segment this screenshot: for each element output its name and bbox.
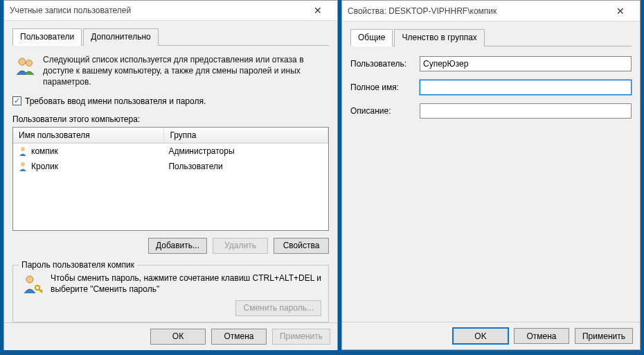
row-username: компик bbox=[31, 146, 58, 156]
list-header: Имя пользователя Группа bbox=[13, 128, 328, 144]
cancel-button[interactable]: Отмена bbox=[211, 329, 267, 345]
row-username: Кролик bbox=[31, 162, 58, 171]
intro: Следующий список используется для предос… bbox=[14, 54, 328, 88]
ok-button[interactable]: ОК bbox=[150, 329, 206, 345]
label-fullname: Полное имя: bbox=[350, 83, 420, 92]
users-list[interactable]: Имя пользователя Группа компик Администр… bbox=[12, 127, 329, 231]
titlebar[interactable]: Свойства: DESKTOP-VIPHHRF\компик ✕ bbox=[342, 1, 640, 21]
user-accounts-window: Учетные записи пользователей ✕ Пользоват… bbox=[3, 0, 338, 350]
close-icon[interactable]: ✕ bbox=[607, 1, 634, 21]
user-icon bbox=[17, 146, 28, 157]
svg-point-1 bbox=[26, 60, 33, 67]
cancel-button[interactable]: Отмена bbox=[514, 328, 569, 344]
users-list-label: Пользователи этого компьютера: bbox=[12, 114, 329, 124]
require-login-label: Требовать ввод имени пользователя и паро… bbox=[25, 96, 206, 106]
change-password-button: Сменить пароль... bbox=[235, 300, 321, 316]
fullname-field[interactable] bbox=[420, 80, 632, 95]
footer: OK Отмена Применить bbox=[342, 322, 640, 349]
col-username[interactable]: Имя пользователя bbox=[13, 128, 164, 143]
close-icon[interactable]: ✕ bbox=[304, 1, 332, 20]
svg-point-4 bbox=[26, 276, 33, 283]
intro-text: Следующий список используется для предос… bbox=[43, 54, 328, 88]
user-icon bbox=[17, 161, 28, 172]
user-properties-window: Свойства: DESKTOP-VIPHHRF\компик ✕ Общие… bbox=[341, 0, 641, 350]
row-group: Пользователи bbox=[164, 159, 328, 173]
svg-point-2 bbox=[21, 147, 25, 151]
footer: ОК Отмена Применить bbox=[4, 322, 337, 350]
require-login-row[interactable]: ✓ Требовать ввод имени пользователя и па… bbox=[12, 96, 329, 106]
password-legend: Пароль пользователя компик bbox=[19, 260, 137, 270]
col-group[interactable]: Группа bbox=[164, 128, 328, 143]
user-key-icon bbox=[20, 272, 44, 296]
password-hint: Чтобы сменить пароль, нажмите сочетание … bbox=[51, 272, 321, 295]
tabs: Пользователи Дополнительно bbox=[12, 28, 329, 46]
apply-button[interactable]: Применить bbox=[575, 328, 633, 344]
list-item[interactable]: Кролик Пользователи bbox=[13, 159, 328, 174]
ok-button[interactable]: OK bbox=[453, 328, 508, 344]
window-title: Учетные записи пользователей bbox=[10, 6, 304, 15]
tab-membership[interactable]: Членство в группах bbox=[394, 29, 484, 46]
users-icon bbox=[14, 54, 37, 78]
tabs: Общие Членство в группах bbox=[350, 28, 632, 46]
label-user: Пользователь: bbox=[350, 59, 420, 69]
checkbox-icon[interactable]: ✓ bbox=[12, 96, 21, 105]
titlebar[interactable]: Учетные записи пользователей ✕ bbox=[4, 1, 337, 21]
password-group: Пароль пользователя компик Чтобы сменить… bbox=[12, 265, 329, 322]
tab-general[interactable]: Общие bbox=[350, 29, 393, 46]
label-description: Описание: bbox=[350, 106, 420, 116]
add-button[interactable]: Добавить... bbox=[148, 238, 207, 254]
row-group: Администраторы bbox=[164, 144, 328, 158]
delete-button: Удалить bbox=[213, 238, 268, 254]
tab-users[interactable]: Пользователи bbox=[12, 28, 82, 46]
user-field[interactable] bbox=[420, 56, 632, 71]
description-field[interactable] bbox=[420, 103, 632, 119]
apply-button: Применить bbox=[272, 329, 330, 345]
svg-point-0 bbox=[19, 58, 26, 65]
properties-button[interactable]: Свойства bbox=[274, 238, 329, 254]
svg-point-3 bbox=[21, 162, 25, 166]
window-title: Свойства: DESKTOP-VIPHHRF\компик bbox=[348, 6, 607, 16]
list-item[interactable]: компик Администраторы bbox=[13, 144, 328, 159]
tab-advanced[interactable]: Дополнительно bbox=[83, 28, 158, 46]
